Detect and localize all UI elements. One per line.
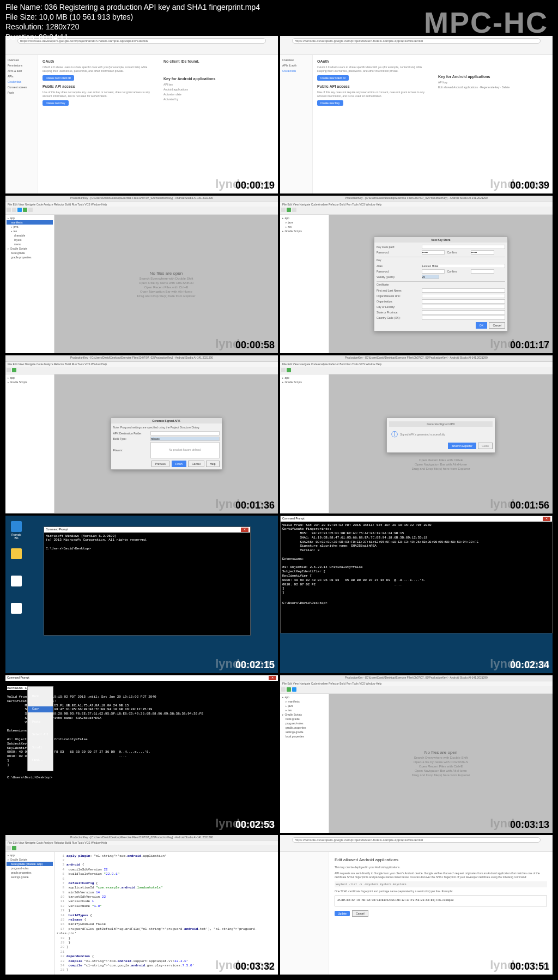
project-tree[interactable]: app manifests java res drawable layout m… xyxy=(5,215,54,353)
thumbnail-6[interactable]: ProductionKey - [C:\Users\David\Desktop\… xyxy=(280,355,553,513)
context-menu[interactable]: Mark Copy Paste Select All Scroll Find..… xyxy=(27,686,53,771)
cancel-button[interactable]: Cancel xyxy=(352,910,368,917)
thumbnail-10[interactable]: ProductionKey - [C:\Users\David\Desktop\… xyxy=(280,675,553,833)
no-files-panel: No files are open Search Everywhere with… xyxy=(137,270,195,299)
thumbnail-11[interactable]: ProductionKey - [C:\Users\David\Desktop\… xyxy=(5,835,278,975)
player-watermark: MPC-HC xyxy=(424,5,548,39)
cancel-button[interactable]: Cancel xyxy=(489,322,505,329)
command-prompt[interactable]: Command Prompt✕ Valid from: Sat Jun 20 1… xyxy=(280,516,553,634)
ok-button[interactable]: OK xyxy=(476,322,487,329)
thumbnail-7[interactable]: Recycle Bin Command Prompt✕ Microsoft Wi… xyxy=(5,516,278,673)
create-key-button[interactable]: Create new Key xyxy=(43,100,69,106)
thumbnail-5[interactable]: ProductionKey - [C:\Users\David\Desktop\… xyxy=(5,355,278,513)
create-client-button[interactable]: Create new Client ID xyxy=(43,75,74,81)
file-info-overlay: File Name: 036 Registering a production … xyxy=(5,2,260,42)
folder-icon[interactable] xyxy=(10,548,23,560)
file-icon[interactable] xyxy=(10,576,23,588)
info-icon: ⓘ xyxy=(391,430,398,439)
thumbnail-2[interactable]: https://console.developers.google.com/pr… xyxy=(280,36,553,193)
close-icon[interactable]: ✕ xyxy=(241,528,248,532)
signed-apk-dialog: Generate Signed APK Note: Proguard setti… xyxy=(111,418,222,470)
console-sidebar: Overview Permissions APIs & auth APIs Cr… xyxy=(5,55,38,193)
sha1-input[interactable]: 45:B5:E4:6F:36:AD:0A:98:94:B4:02:66:2B:1… xyxy=(335,896,547,906)
console-main: OAuth OAuth 2.0 allows users to share sp… xyxy=(38,55,278,193)
windows-desktop: Recycle Bin Command Prompt✕ Microsoft Wi… xyxy=(5,516,278,673)
close-icon[interactable]: ✕ xyxy=(543,517,550,521)
keystore-dialog: New Key Store Key store path: Password:•… xyxy=(374,237,508,331)
thumbnail-3[interactable]: ProductionKey - [C:\Users\David\Desktop\… xyxy=(5,196,278,353)
close-icon[interactable]: ✕ xyxy=(269,676,276,680)
thumbnail-grid: https://console.developers.google.com/pr… xyxy=(5,36,553,975)
thumbnail-8[interactable]: Command Prompt✕ Valid from: Sat Jun 20 1… xyxy=(280,516,553,673)
finish-button[interactable]: Finish xyxy=(172,461,186,467)
success-dialog: Generate Signed APK ⓘ Signed APK's gener… xyxy=(386,418,495,453)
command-prompt[interactable]: Command Prompt✕ Microsoft Windows [Versi… xyxy=(44,527,251,636)
thumbnail-4[interactable]: ProductionKey - [C:\Users\David\Desktop\… xyxy=(280,196,553,353)
update-button[interactable]: Update xyxy=(335,911,350,916)
thumbnail-1[interactable]: https://console.developers.google.com/pr… xyxy=(5,36,278,193)
file-icon[interactable] xyxy=(10,603,23,615)
code-editor[interactable]: 1apply plugin: "cl-string">'com.android.… xyxy=(54,852,278,975)
show-explorer-button[interactable]: Show in Explorer xyxy=(448,443,476,449)
thumbnail-12[interactable]: https://console.developers.google.com/pr… xyxy=(280,835,553,975)
recycle-bin-icon[interactable]: Recycle Bin xyxy=(10,521,23,540)
credentials-form: Edit allowed Android applications This k… xyxy=(329,852,553,975)
thumbnail-9[interactable]: Command Prompt✕ contains 1 entry Valid f… xyxy=(5,675,278,833)
